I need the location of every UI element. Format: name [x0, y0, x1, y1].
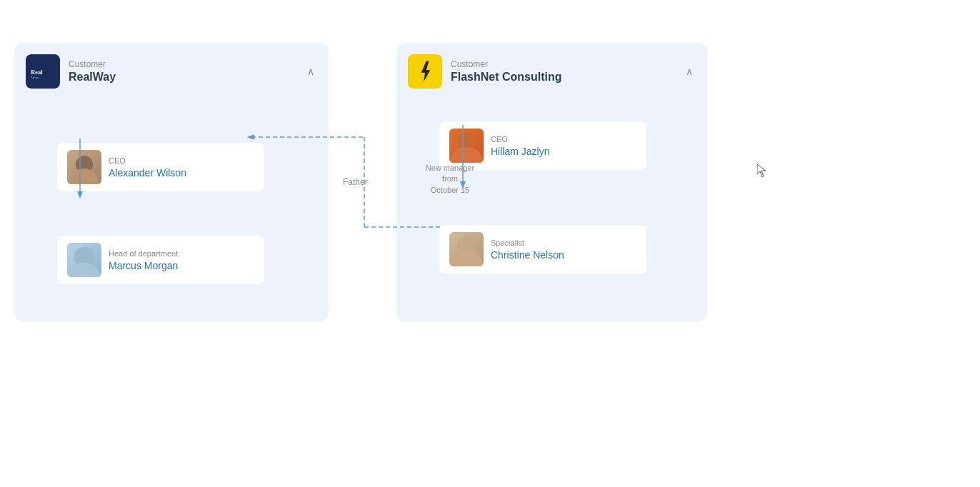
flashnet-logo	[408, 54, 442, 89]
mouse-cursor	[757, 164, 769, 179]
flashnet-customer-label: Customer	[451, 59, 674, 69]
alexander-person-card[interactable]: CEO Alexander Wilson	[57, 143, 264, 191]
hillam-details: CEO Hillam Jazlyn	[491, 135, 636, 157]
realway-card: Real Way Customer RealWay ∧ CEO Alexande…	[14, 43, 329, 321]
flashnet-company-name: FlashNet Consulting	[451, 71, 674, 84]
marcus-name: Marcus Morgan	[109, 260, 254, 271]
svg-text:Way: Way	[31, 76, 39, 79]
marcus-person-card[interactable]: Head of department Marcus Morgan	[57, 236, 264, 284]
marcus-avatar	[67, 243, 101, 277]
svg-marker-2	[421, 61, 431, 82]
svg-text:Real: Real	[31, 69, 43, 76]
realway-collapse-button[interactable]: ∧	[304, 63, 317, 80]
realway-header: Real Way Customer RealWay ∧	[26, 54, 317, 89]
hillam-name: Hillam Jazlyn	[491, 146, 636, 157]
father-label: Father	[343, 177, 368, 187]
new-manager-note: New manager from October 15	[421, 163, 479, 196]
realway-customer-label: Customer	[69, 59, 296, 69]
christine-name: Christine Nelson	[491, 249, 636, 261]
realway-info: Customer RealWay	[69, 59, 296, 84]
christine-person-card[interactable]: Specialist Christine Nelson	[439, 225, 646, 273]
flashnet-info: Customer FlashNet Consulting	[451, 59, 674, 84]
marcus-role: Head of department	[109, 249, 254, 258]
flashnet-collapse-button[interactable]: ∧	[683, 63, 696, 80]
realway-company-name: RealWay	[69, 71, 296, 84]
christine-role: Specialist	[491, 239, 636, 247]
alexander-avatar	[67, 150, 101, 184]
alexander-details: CEO Alexander Wilson	[109, 156, 254, 179]
alexander-role: CEO	[109, 156, 254, 165]
realway-logo: Real Way	[26, 54, 60, 89]
flashnet-header: Customer FlashNet Consulting ∧	[408, 54, 696, 89]
hillam-role: CEO	[491, 135, 636, 144]
christine-details: Specialist Christine Nelson	[491, 239, 636, 261]
marcus-details: Head of department Marcus Morgan	[109, 249, 254, 271]
alexander-name: Alexander Wilson	[109, 167, 254, 179]
hillam-avatar	[449, 129, 484, 163]
christine-avatar	[449, 232, 484, 266]
